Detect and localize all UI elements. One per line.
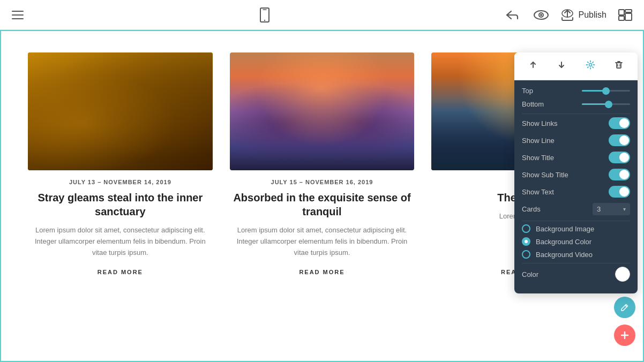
bg-color-radio[interactable] xyxy=(522,237,530,246)
show-line-label: Show Line xyxy=(522,137,555,145)
show-subtitle-label: Show Sub Title xyxy=(522,171,568,179)
show-text-label: Show Text xyxy=(522,188,554,196)
card-1: JULY 13 – NOVEMBER 14, 2019 Stray gleams… xyxy=(28,52,213,275)
delete-trash-icon[interactable] xyxy=(610,58,628,74)
bottom-label: Bottom xyxy=(522,100,544,108)
top-slider[interactable] xyxy=(582,90,630,92)
show-title-row: Show Title xyxy=(522,152,630,163)
cards-label: Cards xyxy=(522,205,541,213)
bottom-slider-row: Bottom xyxy=(522,100,630,108)
card-1-text: Lorem ipsum dolor sit amet, consectetur … xyxy=(28,225,213,258)
chevron-down-icon: ▾ xyxy=(623,206,626,212)
back-icon[interactable] xyxy=(503,6,522,24)
toolbar-body: Top Bottom Show Links xyxy=(514,80,638,293)
top-label: Top xyxy=(522,87,533,95)
svg-point-11 xyxy=(589,64,591,66)
show-text-row: Show Text xyxy=(522,186,630,198)
bg-image-row: Background Image xyxy=(522,224,630,233)
cards-value: 3 xyxy=(597,205,601,213)
layout-icon[interactable] xyxy=(615,6,635,24)
bg-image-label: Background Image xyxy=(536,225,594,233)
cards-row: Cards 3 ▾ xyxy=(522,203,630,215)
publish-label: Publish xyxy=(579,10,606,20)
bg-image-radio[interactable] xyxy=(522,224,530,233)
mobile-preview-icon[interactable] xyxy=(255,4,274,26)
svg-rect-9 xyxy=(625,10,632,12)
card-image-2 xyxy=(230,52,415,170)
bg-video-radio[interactable] xyxy=(522,250,530,259)
svg-rect-12 xyxy=(617,63,621,68)
add-fab-button[interactable] xyxy=(614,325,635,346)
float-toolbar: Top Bottom Show Links xyxy=(514,52,638,293)
svg-rect-8 xyxy=(619,16,624,20)
navbar-center xyxy=(255,4,274,26)
show-links-label: Show Links xyxy=(522,119,557,127)
publish-button[interactable]: Publish xyxy=(560,9,606,21)
navbar-left xyxy=(9,7,27,22)
card-2-read-more[interactable]: READ MORE xyxy=(299,269,345,275)
bg-color-label: Background Color xyxy=(536,238,591,246)
bottom-slider[interactable] xyxy=(582,103,630,105)
card-1-title: Stray gleams steal into the inner sanctu… xyxy=(28,191,213,218)
color-row: Color xyxy=(522,267,630,282)
card-1-read-more[interactable]: READ MORE xyxy=(98,269,143,275)
show-links-toggle[interactable] xyxy=(609,117,630,129)
color-label: Color xyxy=(522,270,538,278)
card-1-date: JULY 13 – NOVEMBER 14, 2019 xyxy=(69,179,171,185)
cards-dropdown[interactable]: 3 ▾ xyxy=(593,203,630,215)
show-subtitle-row: Show Sub Title xyxy=(522,169,630,180)
color-swatch[interactable] xyxy=(615,267,630,282)
show-line-row: Show Line xyxy=(522,134,630,146)
bg-video-label: Background Video xyxy=(536,251,593,259)
bg-video-row: Background Video xyxy=(522,250,630,259)
settings-gear-icon[interactable] xyxy=(581,58,600,74)
show-links-row: Show Links xyxy=(522,117,630,129)
card-image-1 xyxy=(28,52,213,170)
svg-point-5 xyxy=(540,14,542,16)
card-2-title: Absorbed in the exquisite sense of tranq… xyxy=(230,191,415,218)
navbar-right: Publish xyxy=(503,6,635,24)
move-down-icon[interactable] xyxy=(552,58,571,74)
card-2-text: Lorem ipsum dolor sit amet, consectetur … xyxy=(230,225,415,258)
svg-rect-7 xyxy=(619,10,624,15)
show-title-toggle[interactable] xyxy=(609,152,630,163)
show-text-toggle[interactable] xyxy=(609,186,630,198)
content-area: JULY 13 – NOVEMBER 14, 2019 Stray gleams… xyxy=(0,30,644,362)
card-2: JULY 15 – NOVEMBER 16, 2019 Absorbed in … xyxy=(230,52,415,275)
top-slider-row: Top xyxy=(522,87,630,95)
edit-fab-button[interactable] xyxy=(614,297,635,318)
toolbar-icon-row xyxy=(514,52,638,80)
svg-point-1 xyxy=(264,19,265,20)
bg-color-row: Background Color xyxy=(522,237,630,246)
preview-eye-icon[interactable] xyxy=(530,7,552,23)
navbar: Publish xyxy=(0,0,644,30)
svg-rect-10 xyxy=(625,13,632,20)
show-title-label: Show Title xyxy=(522,154,554,162)
show-line-toggle[interactable] xyxy=(609,134,630,146)
hamburger-menu-icon[interactable] xyxy=(9,7,27,22)
show-subtitle-toggle[interactable] xyxy=(609,169,630,180)
move-up-icon[interactable] xyxy=(524,58,542,74)
card-2-date: JULY 15 – NOVEMBER 16, 2019 xyxy=(271,179,373,185)
